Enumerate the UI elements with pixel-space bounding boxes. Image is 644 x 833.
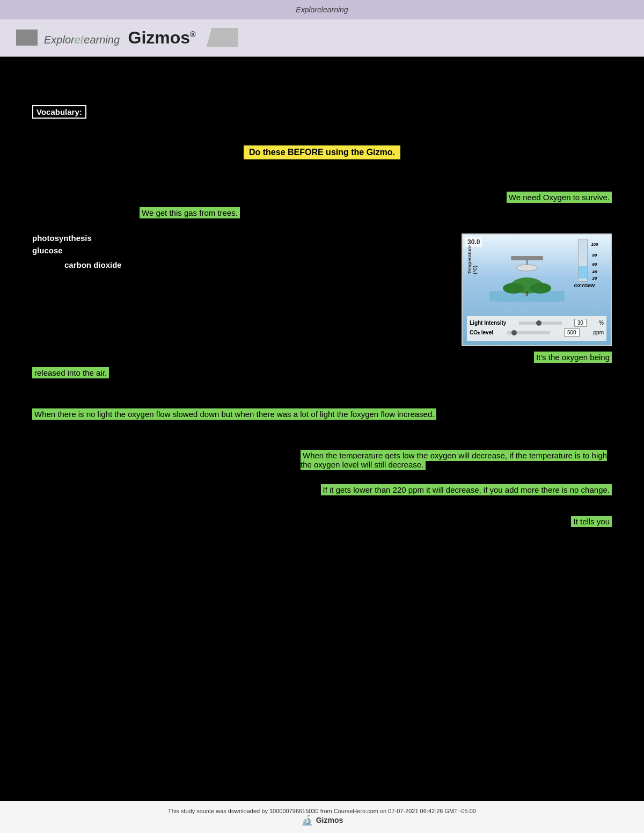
co2-slider-thumb [511, 330, 517, 335]
co2-slider [507, 331, 550, 334]
browser-title: Explorelearning [296, 5, 348, 14]
co2-label: CO₂ level [470, 330, 493, 335]
vocabulary-label: Vocabulary: [32, 105, 86, 119]
gizmo-image: 30.0 Temperature (°C) 100 80 60 40 20 [462, 233, 612, 346]
co2-effect-row: If it gets lower than 220 ppm it will de… [32, 485, 612, 494]
light-effect-answer: When there is no light the oxygen flow s… [32, 408, 436, 420]
main-content: Vocabulary: Do these BEFORE using the Gi… [0, 57, 644, 819]
logo-text: Exploreℓearning Gizmos® [44, 28, 195, 48]
svg-rect-0 [511, 256, 543, 260]
tick-80: 80 [592, 253, 597, 258]
gizmo-plant-svg [484, 256, 570, 304]
browser-bar: Explorelearning [0, 0, 644, 19]
svg-point-2 [516, 265, 538, 271]
footer-gizmos-brand: 🔬 Gizmos [301, 814, 343, 826]
vocab-image-row: photosynthesis glucose carbon dioxide 30… [32, 233, 612, 346]
gizmo-oxygen-bar: 100 80 60 40 20 [578, 239, 588, 282]
light-value: 30 [574, 319, 587, 327]
footer-logo-icon: 🔬 [301, 814, 313, 826]
light-unit: % [599, 320, 604, 326]
svg-point-5 [503, 283, 524, 294]
svg-point-6 [530, 283, 551, 294]
gizmo-temp-label: 30.0 Temperature (°C) [465, 237, 482, 247]
logo-gray-block [16, 30, 38, 46]
it-tells-you-answer: It tells you [571, 516, 612, 527]
vocab-word-photosynthesis: photosynthesis [32, 233, 440, 243]
oxygen-survive-block: We need Oxygen to survive. [32, 192, 612, 203]
co2-unit: ppm [594, 330, 604, 335]
tick-40: 40 [592, 269, 597, 274]
vocab-word-glucose: glucose [32, 246, 440, 255]
gas-from-trees-answer: We get this gas from trees. [140, 207, 240, 218]
co2-level-row: CO₂ level 500 ppm [470, 328, 604, 337]
light-intensity-row: Light Intensity 30 % [470, 319, 604, 327]
vocab-word-carbon-dioxide-container: carbon dioxide [32, 260, 440, 269]
released-block: released into the air. [32, 368, 612, 377]
footer-brand-text: Gizmos [316, 816, 343, 824]
light-slider [519, 321, 562, 325]
light-label: Light Intensity [470, 320, 506, 326]
temp-effect-answer: When the temperature gets low the oxygen… [301, 450, 607, 470]
it-tells-you-row: It tells you [32, 516, 612, 527]
temp-effect-container: When the temperature gets low the oxygen… [301, 451, 612, 469]
gizmo-temp-value: 30.0 [467, 238, 480, 246]
oxygen-being-row: It's the oxygen being [32, 352, 612, 363]
oxygen-survive-answer: We need Oxygen to survive. [507, 192, 612, 203]
gas-from-trees-block: We get this gas from trees. [32, 208, 612, 217]
gizmos-text: Gizmos® [128, 28, 196, 47]
gizmo-controls: Light Intensity 30 % CO₂ level 500 p [467, 316, 606, 341]
logo-tab [206, 28, 238, 47]
registered-mark: ® [190, 30, 195, 39]
tick-60: 60 [592, 262, 597, 267]
gizmo-temp-axis: Temperature (°C) [467, 245, 478, 274]
gizmo-oxygen-label: 100 80 60 40 20 OXYGEN [574, 239, 595, 288]
before-instruction: Do these BEFORE using the Gizmo. [244, 145, 400, 159]
temp-effect-row: When the temperature gets low the oxygen… [32, 451, 612, 469]
vocab-word-carbon-dioxide: carbon dioxide [64, 260, 122, 269]
tick-20: 20 [592, 276, 597, 281]
released-answer: released into the air. [32, 367, 109, 378]
gizmo-oxygen-text: OXYGEN [574, 283, 595, 288]
vocab-words-col: photosynthesis glucose carbon dioxide [32, 233, 440, 269]
instruction-container: Do these BEFORE using the Gizmo. [32, 135, 612, 170]
vocabulary-section: Vocabulary: [32, 105, 612, 119]
oxygen-being-answer: It's the oxygen being [534, 352, 612, 363]
tick-100: 100 [591, 242, 598, 247]
vocab-words-list: photosynthesis glucose [32, 233, 440, 255]
footer-text: This study source was downloaded by 1000… [168, 808, 476, 814]
co2-value: 500 [564, 328, 580, 337]
footer: This study source was downloaded by 1000… [0, 801, 644, 833]
gizmo-inner: 30.0 Temperature (°C) 100 80 60 40 20 [463, 235, 611, 345]
co2-effect-answer: If it gets lower than 220 ppm it will de… [321, 484, 612, 495]
light-slider-thumb [536, 320, 541, 326]
logo-bar: Exploreℓearning Gizmos® [0, 19, 644, 57]
gizmo-oxygen-fill [579, 266, 587, 279]
co2-effect-container: If it gets lower than 220 ppm it will de… [321, 485, 612, 494]
gizmo-plant-area [484, 256, 570, 304]
light-effect-container: When there is no light the oxygen flow s… [32, 410, 612, 419]
explore-text: Exploreℓearning [44, 34, 120, 46]
